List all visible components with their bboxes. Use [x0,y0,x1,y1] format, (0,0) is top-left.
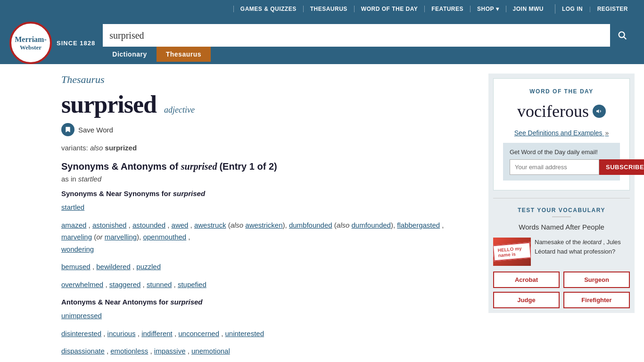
vocab-section: TEST YOUR VOCABULARY Words Named After P… [493,207,630,308]
search-input[interactable] [103,24,599,47]
nav-features[interactable]: FEATURES [424,6,470,12]
header-top-nav: GAMES & QUIZZES THESAURUS WORD OF THE DA… [0,0,644,18]
word-link-flabbergasted[interactable]: flabbergasted [397,221,440,229]
word-link-openmouthed[interactable]: openmouthed [143,233,186,241]
main-word: surprised [61,90,157,118]
word-link-awestricken[interactable]: awestricken [245,221,282,229]
email-row: SUBSCRIBE [510,159,613,175]
clear-search-button[interactable] [599,24,610,47]
word-link-impassive[interactable]: impassive [154,347,186,355]
quiz-answers: Acrobat Surgeon Judge Firefighter [493,272,630,308]
primary-synonym-group: startled [61,201,470,214]
primary-antonym-group: unimpressed [61,310,470,322]
word-link-puzzled[interactable]: puzzled [136,263,161,271]
word-link-overwhelmed[interactable]: overwhelmed [61,280,103,288]
word-link-wondering[interactable]: wondering [61,245,94,253]
word-link-indifferent[interactable]: indifferent [141,329,173,337]
word-link-incurious[interactable]: incurious [107,329,136,337]
word-link-awed[interactable]: awed [172,221,189,229]
quiz-answer-acrobat[interactable]: Acrobat [493,272,560,288]
email-input[interactable] [510,159,599,175]
word-link-staggered[interactable]: staggered [109,280,141,288]
word-link-dispassionate[interactable]: dispassionate [61,347,105,355]
word-link-bemused[interactable]: bemused [61,263,91,271]
synonym-group-2: bemused , bewildered , puzzled [61,261,470,273]
antonym-group-2: dispassionate , emotionless , impassive … [61,345,470,357]
word-link-marveling[interactable]: marveling [61,233,92,241]
nav-wotd[interactable]: WORD OF THE DAY [354,6,424,12]
nav-thesaurus[interactable]: THESAURUS [303,6,354,12]
quiz-answer-surgeon[interactable]: Surgeon [563,272,630,288]
word-link-amazed[interactable]: amazed [61,221,86,229]
word-link-unconcerned[interactable]: unconcerned [178,329,219,337]
speaker-icon [596,108,603,115]
since-label: SINCE 1828 [57,40,95,47]
word-link-stunned[interactable]: stunned [147,280,172,288]
wotd-word-area: vociferous [503,101,620,121]
top-navigation: GAMES & QUIZZES THESAURUS WORD OF THE DA… [233,4,635,14]
bookmark-icon [65,126,71,133]
bookmark-button[interactable] [61,123,74,136]
thesaurus-label: Thesaurus [61,74,470,86]
save-word-area: Save Word [61,123,470,136]
quiz-answer-judge[interactable]: Judge [493,292,560,308]
wotd-title: WORD OF THE DAY [503,88,620,95]
search-tabs: Dictionary Thesaurus [103,47,635,62]
sidebar: WORD OF THE DAY vociferous See Definitio… [488,74,635,362]
synonym-group-3: overwhelmed , staggered , stunned , stup… [61,279,470,291]
arrow-icon: » [605,129,609,137]
word-link-unemotional[interactable]: unemotional [191,347,230,355]
hello-badge: HELLO my name is [493,242,531,262]
synonyms-near-label: Synonyms & Near Synonyms for surprised [61,189,470,197]
save-word-text[interactable]: Save Word [78,126,113,134]
tab-thesaurus[interactable]: Thesaurus [157,47,211,62]
vocab-title: TEST YOUR VOCABULARY [493,207,630,214]
register-link[interactable]: REGISTER [591,6,635,12]
content-area: Thesaurus surprised adjective Save Word … [61,74,470,362]
tab-dictionary[interactable]: Dictionary [103,47,156,62]
word-link-stupefied[interactable]: stupefied [178,280,206,288]
search-area: Dictionary Thesaurus [103,24,635,62]
svg-line-3 [624,37,626,39]
wotd-word-text: vociferous [517,101,589,121]
main-container: Thesaurus surprised adjective Save Word … [0,64,644,362]
word-link-startled[interactable]: startled [61,203,84,211]
audio-button[interactable] [593,105,606,118]
vocab-subtitle: Words Named After People [493,223,630,231]
word-link-marvelling[interactable]: marvelling [105,233,137,241]
word-link-dumfounded[interactable]: dumfounded [352,221,391,229]
vocab-quiz-row: HELLO my name is Namesake of the leotard… [493,238,630,266]
email-signup: Get Word of the Day daily email! SUBSCRI… [503,143,620,181]
as-in-line: as in startled [61,175,470,183]
word-link-awestruck[interactable]: awestruck [194,221,226,229]
svg-point-2 [619,32,625,38]
svg-marker-4 [596,109,599,113]
word-link-disinterested[interactable]: disinterested [61,329,101,337]
word-link-dumbfounded[interactable]: dumbfounded [289,221,332,229]
chevron-down-icon: ▾ [496,6,499,12]
divider [493,198,630,198]
quiz-answer-firefighter[interactable]: Firefighter [563,292,630,308]
word-link-unimpressed[interactable]: unimpressed [61,312,102,320]
email-signup-text: Get Word of the Day daily email! [510,148,613,156]
word-link-bewildered[interactable]: bewildered [96,263,131,271]
word-link-astonished[interactable]: astonished [92,221,127,229]
sidebar-background: WORD OF THE DAY vociferous See Definitio… [488,74,635,313]
word-heading: surprised adjective [61,90,470,118]
search-icon [617,30,627,41]
word-link-emotionless[interactable]: emotionless [110,347,148,355]
word-link-uninterested[interactable]: uninterested [225,329,264,337]
vocab-image: HELLO my name is [493,238,531,266]
word-link-astounded[interactable]: astounded [132,221,165,229]
merriam-webster-logo[interactable]: Merriam- Webster [9,22,52,64]
login-link[interactable]: LOG IN [555,6,589,12]
antonyms-label: Antonyms & Near Antonyms for surprised [61,298,470,306]
nav-shop[interactable]: SHOP ▾ [470,6,506,12]
nav-games[interactable]: GAMES & QUIZZES [233,6,303,12]
nav-join[interactable]: JOIN MWU [506,6,550,12]
wotd-see-link[interactable]: See Definitions and Examples » [514,129,609,137]
subscribe-button[interactable]: SUBSCRIBE [599,159,644,175]
antonym-group-1: disinterested , incurious , indifferent … [61,328,470,340]
search-button[interactable] [610,24,635,47]
variants-line: variants: also surprized [61,144,470,152]
